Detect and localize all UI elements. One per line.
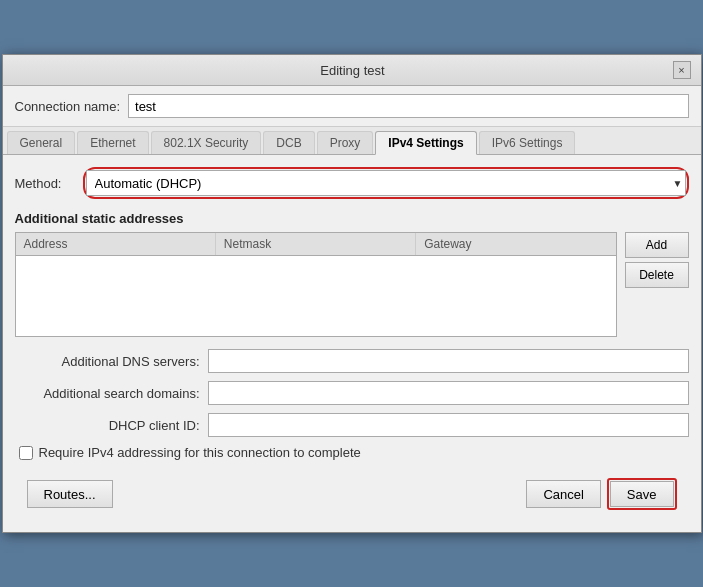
tab-security[interactable]: 802.1X Security (151, 131, 262, 154)
table-body (16, 256, 616, 336)
save-button-wrapper: Save (607, 478, 677, 510)
tab-general[interactable]: General (7, 131, 76, 154)
method-select-wrapper: Automatic (DHCP) ▼ (83, 167, 689, 199)
connection-name-label: Connection name: (15, 99, 121, 114)
save-button[interactable]: Save (610, 481, 674, 507)
tab-bar: General Ethernet 802.1X Security DCB Pro… (3, 127, 701, 155)
search-input[interactable] (208, 381, 689, 405)
col-address: Address (16, 233, 216, 255)
footer-right: Cancel Save (526, 478, 676, 510)
checkbox-label: Require IPv4 addressing for this connect… (39, 445, 361, 460)
tab-dcb[interactable]: DCB (263, 131, 314, 154)
tab-ipv6[interactable]: IPv6 Settings (479, 131, 576, 154)
method-select[interactable]: Automatic (DHCP) (86, 170, 686, 196)
footer: Routes... Cancel Save (15, 472, 689, 520)
search-row: Additional search domains: (15, 381, 689, 405)
add-button[interactable]: Add (625, 232, 689, 258)
connection-name-input[interactable] (128, 94, 688, 118)
content-area: Method: Automatic (DHCP) ▼ Additional st… (3, 155, 701, 532)
dns-row: Additional DNS servers: (15, 349, 689, 373)
checkbox-row: Require IPv4 addressing for this connect… (15, 445, 689, 460)
cancel-button[interactable]: Cancel (526, 480, 600, 508)
close-button[interactable]: × (673, 61, 691, 79)
table-actions: Add Delete (625, 232, 689, 337)
title-bar: Editing test × (3, 55, 701, 86)
dhcp-label: DHCP client ID: (15, 418, 200, 433)
routes-button[interactable]: Routes... (27, 480, 113, 508)
dns-label: Additional DNS servers: (15, 354, 200, 369)
search-label: Additional search domains: (15, 386, 200, 401)
address-table-container: Address Netmask Gateway Add Delete (15, 232, 689, 337)
footer-left: Routes... (27, 480, 113, 508)
tab-ethernet[interactable]: Ethernet (77, 131, 148, 154)
table-header: Address Netmask Gateway (16, 233, 616, 256)
address-table: Address Netmask Gateway (15, 232, 617, 337)
delete-button[interactable]: Delete (625, 262, 689, 288)
col-gateway: Gateway (416, 233, 615, 255)
static-addresses-title: Additional static addresses (15, 211, 689, 226)
dhcp-input[interactable] (208, 413, 689, 437)
method-row: Method: Automatic (DHCP) ▼ (15, 167, 689, 199)
col-netmask: Netmask (216, 233, 416, 255)
tab-proxy[interactable]: Proxy (317, 131, 374, 154)
method-label: Method: (15, 176, 75, 191)
connection-name-row: Connection name: (3, 86, 701, 127)
ipv4-require-checkbox[interactable] (19, 446, 33, 460)
dialog-title: Editing test (33, 63, 673, 78)
tab-ipv4[interactable]: IPv4 Settings (375, 131, 476, 155)
dns-input[interactable] (208, 349, 689, 373)
dhcp-row: DHCP client ID: (15, 413, 689, 437)
